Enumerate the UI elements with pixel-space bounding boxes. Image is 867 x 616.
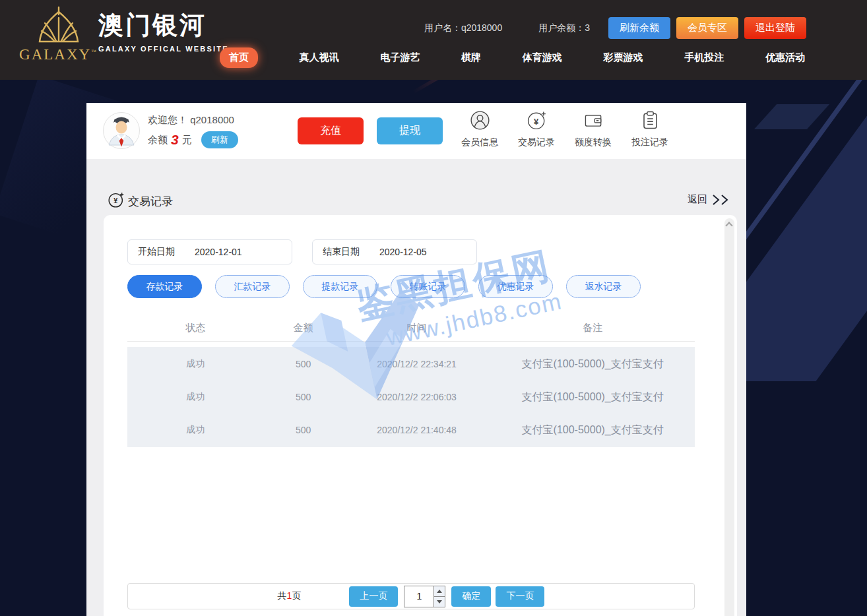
panel-content: 开始日期 2020-12-01 结束日期 2020-12-05 存款记录 汇款记… [127, 239, 695, 447]
quick-link-credit-transfer[interactable]: 额度转换 [569, 110, 617, 148]
tab-rebate-records[interactable]: 返水记录 [566, 275, 641, 298]
tab-remittance-records[interactable]: 汇款记录 [215, 275, 290, 298]
tab-promo-records[interactable]: 优惠记录 [478, 275, 553, 298]
quick-links: 会员信息 ¥ 交易记录 [456, 110, 674, 148]
welcome-greeting: 欢迎您！ q2018000 [148, 114, 238, 127]
bg-small-shape [754, 104, 829, 129]
cell-time: 2020/12/2 22:34:21 [343, 359, 491, 369]
cell-remark: 支付宝(100-5000)_支付宝支付 [490, 390, 695, 404]
table-row: 成功 500 2020/12/2 22:34:21 支付宝(100-5000)_… [127, 348, 695, 381]
brand-en-text: GALAXY™ [19, 46, 98, 63]
col-status: 状态 [127, 322, 263, 334]
refresh-button[interactable]: 刷新 [201, 131, 238, 148]
confirm-page-button[interactable]: 确定 [451, 586, 491, 607]
bet-record-icon [640, 110, 660, 133]
nav-item-promotions[interactable]: 优惠活动 [765, 51, 805, 64]
stepper-up-icon[interactable] [434, 586, 445, 597]
galaxy-fountain-icon [32, 5, 86, 49]
balance-unit: 元 [182, 134, 192, 146]
nav-item-home[interactable]: 首页 [220, 47, 258, 68]
cell-status: 成功 [127, 358, 263, 370]
record-type-tabs: 存款记录 汇款记录 提款记录 转账记录 优惠记录 返水记录 [127, 275, 695, 298]
section-title-block: ¥ 交易记录 [108, 191, 173, 212]
tab-withdrawal-records[interactable]: 提款记录 [303, 275, 377, 298]
quick-link-bet-record[interactable]: 投注记录 [626, 110, 674, 148]
cell-time: 2020/12/2 22:06:03 [343, 392, 491, 402]
balance-line: 余额 3 元 刷新 [148, 131, 238, 148]
col-amount: 金额 [263, 322, 342, 334]
deposit-button[interactable]: 充值 [298, 117, 364, 144]
username-text: 用户名：q2018000 [424, 22, 502, 34]
refresh-balance-button[interactable]: 刷新余额 [608, 17, 670, 39]
cell-amount: 500 [263, 425, 342, 435]
nav-item-mobile-bet[interactable]: 手机投注 [684, 51, 724, 64]
trademark-symbol: ™ [91, 49, 98, 55]
logout-button[interactable]: 退出登陆 [744, 17, 806, 39]
brand-cn-text: 澳门银河 [98, 11, 229, 41]
cell-status: 成功 [127, 391, 263, 403]
user-avatar [102, 111, 141, 150]
svg-text:¥: ¥ [534, 117, 539, 127]
cell-remark: 支付宝(100-5000)_支付宝支付 [490, 423, 695, 437]
cell-time: 2020/12/2 21:40:48 [343, 425, 491, 435]
user-info-bar: 用户名：q2018000 用户余额：3 刷新余额 会员专区 退出登陆 [424, 17, 806, 39]
welcome-texts: 欢迎您！ q2018000 余额 3 元 刷新 [148, 114, 238, 148]
date-filter-row: 开始日期 2020-12-01 结束日期 2020-12-05 [127, 239, 695, 264]
page-number-input[interactable] [404, 586, 434, 607]
svg-text:¥: ¥ [113, 197, 117, 204]
next-page-button[interactable]: 下一页 [496, 586, 544, 607]
nav-item-lottery[interactable]: 彩票游戏 [604, 51, 643, 64]
member-info-icon [470, 110, 490, 133]
cell-amount: 500 [263, 359, 342, 369]
quick-link-transaction-record[interactable]: ¥ 交易记录 [513, 110, 560, 148]
table-row: 成功 500 2020/12/2 22:06:03 支付宝(100-5000)_… [127, 381, 695, 414]
page-number-stepper [404, 586, 445, 607]
tab-deposit-records[interactable]: 存款记录 [127, 275, 202, 298]
quick-link-member-info[interactable]: 会员信息 [456, 110, 503, 148]
col-remark: 备注 [490, 322, 695, 334]
start-date-value: 2020-12-01 [195, 247, 242, 257]
top-header: GALAXY™ 澳门银河 GALAXY OFFICAL WEBSITE 用户名：… [0, 0, 867, 80]
transaction-record-icon: ¥ [527, 110, 547, 133]
pagination-bar: 共1页 上一页 确定 下一页 [127, 583, 695, 609]
user-balance-text: 用户余额：3 [538, 22, 590, 34]
brand-logo[interactable]: GALAXY™ 澳门银河 GALAXY OFFICAL WEBSITE [24, 5, 229, 63]
table-row: 成功 500 2020/12/2 21:40:48 支付宝(100-5000)_… [127, 414, 695, 447]
scrollbar[interactable] [724, 218, 734, 616]
col-time: 时间 [343, 322, 491, 334]
main-nav: 首页 真人视讯 电子游艺 棋牌 体育游戏 彩票游戏 手机投注 优惠活动 [220, 47, 805, 68]
nav-item-slots[interactable]: 电子游艺 [380, 51, 420, 64]
page-root: GALAXY™ 澳门银河 GALAXY OFFICAL WEBSITE 用户名：… [0, 0, 867, 616]
tab-transfer-records[interactable]: 转账记录 [391, 275, 465, 298]
nav-item-live-casino[interactable]: 真人视讯 [300, 51, 339, 64]
start-date-field[interactable]: 开始日期 2020-12-01 [127, 239, 292, 264]
cell-status: 成功 [127, 424, 263, 436]
table-body: 成功 500 2020/12/2 22:34:21 支付宝(100-5000)_… [127, 347, 695, 447]
wallet-transfer-icon [583, 110, 604, 133]
scroll-up-icon[interactable] [725, 222, 732, 229]
section-title: 交易记录 [128, 194, 173, 209]
nav-item-sports[interactable]: 体育游戏 [523, 51, 562, 64]
welcome-card: 欢迎您！ q2018000 余额 3 元 刷新 充值 提现 会员信息 [86, 103, 746, 159]
withdraw-button[interactable]: 提现 [377, 117, 443, 144]
balance-value: 3 [171, 132, 179, 148]
stepper-arrows [434, 586, 445, 607]
table-header-row: 状态 金额 时间 备注 [127, 315, 695, 342]
balance-label: 余额 [148, 134, 168, 146]
nav-item-chess[interactable]: 棋牌 [461, 51, 481, 64]
yen-circle-icon: ¥ [108, 191, 125, 212]
cell-amount: 500 [263, 392, 342, 402]
records-table: 状态 金额 时间 备注 成功 500 2020/12/2 22:34:21 支付… [127, 315, 695, 447]
end-date-value: 2020-12-05 [379, 247, 427, 257]
transaction-section: ¥ 交易记录 返回 开始日期 2020-12 [86, 159, 746, 616]
stepper-down-icon[interactable] [434, 597, 445, 607]
prev-page-button[interactable]: 上一页 [349, 586, 398, 607]
page-count-text: 共1页 [278, 590, 302, 602]
back-link[interactable]: 返回 [688, 193, 731, 206]
cell-remark: 支付宝(100-5000)_支付宝支付 [490, 357, 695, 371]
brand-tagline: GALAXY OFFICAL WEBSITE [98, 45, 229, 53]
double-arrow-icon [711, 194, 731, 206]
vip-zone-button[interactable]: 会员专区 [676, 17, 738, 39]
end-date-field[interactable]: 结束日期 2020-12-05 [312, 239, 477, 264]
records-panel: 开始日期 2020-12-01 结束日期 2020-12-05 存款记录 汇款记… [104, 215, 737, 616]
